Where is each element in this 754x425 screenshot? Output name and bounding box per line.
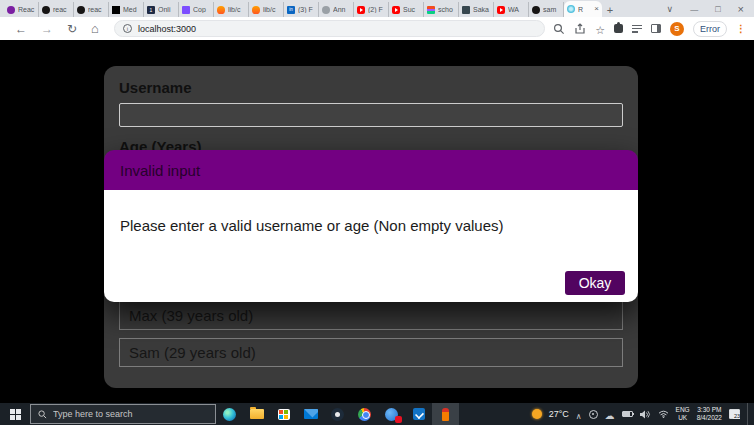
- reload-icon[interactable]: [67, 23, 77, 35]
- close-window-icon[interactable]: [738, 3, 744, 15]
- taskbar-app-teams[interactable]: [378, 403, 405, 425]
- tab-close-icon[interactable]: [594, 5, 599, 13]
- tab-youtube[interactable]: WA: [494, 2, 529, 17]
- notification-count: 23: [733, 413, 740, 419]
- tab-lib[interactable]: lib/c: [214, 2, 249, 17]
- tab-github[interactable]: reac: [74, 2, 109, 17]
- medium-icon: [112, 6, 120, 14]
- side-panel-icon[interactable]: [651, 24, 661, 33]
- tab-title: scho: [438, 6, 455, 13]
- onedrive-cloud-icon[interactable]: [605, 405, 615, 423]
- tab-title: lib/c: [228, 6, 245, 13]
- share-icon[interactable]: [574, 23, 586, 35]
- action-center-icon[interactable]: 23: [729, 409, 740, 419]
- search-icon: [38, 410, 47, 419]
- speaker-icon[interactable]: [640, 410, 651, 419]
- tab-react-purple[interactable]: Reac: [4, 2, 39, 17]
- taskbar-app-store[interactable]: [270, 403, 297, 425]
- taskbar-app-edge[interactable]: [216, 403, 243, 425]
- start-button[interactable]: [0, 403, 30, 425]
- url-text: localhost:3000: [138, 24, 196, 34]
- error-modal-header: Invalid input: [104, 150, 638, 190]
- user-list-item: Max (39 years old): [119, 301, 623, 330]
- purple-grid-icon: [182, 6, 190, 14]
- tab-linkedin[interactable]: (3) F: [284, 2, 319, 17]
- tab-online[interactable]: Onli: [144, 2, 179, 17]
- browser-tab-strip: Reac reac reac Med Onli Cop lib/c lib/c …: [0, 0, 754, 17]
- tab-title: sam: [543, 6, 560, 13]
- temperature-label[interactable]: 27°C: [549, 409, 569, 419]
- maximize-icon[interactable]: [715, 4, 720, 14]
- windows-taskbar: 27°C ENG UK 3:30 PM 8/4/2022 23: [0, 403, 754, 425]
- error-modal-body: Please enter a valid username or age (No…: [104, 190, 638, 302]
- window-controls: [657, 0, 754, 17]
- browser-toolbar: localhost:3000 S Error: [0, 17, 754, 40]
- tab-lib[interactable]: lib/c: [249, 2, 284, 17]
- tab-github[interactable]: reac: [39, 2, 74, 17]
- office-icon: [331, 408, 344, 421]
- back-icon[interactable]: [15, 23, 27, 35]
- bookmark-star-icon[interactable]: [595, 20, 605, 38]
- tab-search-chevron-icon[interactable]: [667, 4, 674, 14]
- new-tab-button[interactable]: [602, 2, 618, 17]
- mail-icon: [304, 409, 318, 419]
- tab-medium[interactable]: Med: [109, 2, 144, 17]
- okay-button[interactable]: Okay: [565, 271, 625, 295]
- active-app-icon: [442, 408, 449, 421]
- taskbar-app-active[interactable]: [432, 403, 459, 425]
- tray-chevron-icon[interactable]: [576, 405, 582, 423]
- reading-list-icon[interactable]: [632, 25, 642, 33]
- tab-title: Saka: [473, 6, 490, 13]
- tab-saka[interactable]: Saka: [459, 2, 494, 17]
- tab-title: reac: [53, 6, 70, 13]
- user-list-item: Sam (29 years old): [119, 338, 623, 367]
- taskbar-search[interactable]: [30, 404, 216, 424]
- taskbar-app-vscode[interactable]: [405, 403, 432, 425]
- time-label: 3:30 PM: [697, 406, 721, 414]
- notification-badge-icon: [395, 416, 402, 423]
- forward-icon[interactable]: [41, 23, 53, 35]
- language-indicator[interactable]: ENG UK: [676, 406, 690, 422]
- meet-now-icon[interactable]: [589, 410, 598, 419]
- clock[interactable]: 3:30 PM 8/4/2022: [697, 406, 722, 422]
- vscode-icon: [413, 408, 425, 420]
- taskbar-app-mail[interactable]: [297, 403, 324, 425]
- tab-copy[interactable]: Cop: [179, 2, 214, 17]
- tab-figma[interactable]: scho: [424, 2, 459, 17]
- github-icon: [42, 6, 50, 14]
- file-explorer-icon: [250, 409, 264, 419]
- tab-title: R: [578, 6, 591, 13]
- taskbar-app-file-explorer[interactable]: [243, 403, 270, 425]
- tab-youtube[interactable]: Suc: [389, 2, 424, 17]
- flame-icon: [217, 6, 225, 14]
- taskbar-app-office[interactable]: [324, 403, 351, 425]
- language-line2: UK: [678, 414, 687, 422]
- react-icon: [567, 5, 575, 13]
- zoom-icon[interactable]: [553, 23, 565, 35]
- search-input[interactable]: [53, 409, 193, 419]
- windows-logo-icon: [10, 409, 21, 420]
- home-icon[interactable]: [91, 22, 99, 35]
- show-desktop-button[interactable]: [747, 403, 751, 425]
- taskbar-app-chrome[interactable]: [351, 403, 378, 425]
- tab-github[interactable]: sam: [529, 2, 564, 17]
- address-bar[interactable]: localhost:3000: [114, 20, 545, 37]
- github-icon: [532, 6, 540, 14]
- username-label: Username: [119, 79, 623, 96]
- wifi-icon[interactable]: [658, 410, 669, 418]
- site-info-icon[interactable]: [123, 24, 132, 33]
- username-input[interactable]: [119, 103, 623, 127]
- weather-sun-icon[interactable]: [532, 409, 542, 419]
- tab-youtube[interactable]: (2) F: [354, 2, 389, 17]
- minimize-icon[interactable]: [690, 4, 698, 14]
- battery-icon[interactable]: [622, 411, 633, 417]
- tab-react-app-active[interactable]: R: [564, 1, 602, 17]
- tab-ann[interactable]: Ann: [319, 2, 354, 17]
- browser-menu-icon[interactable]: [736, 23, 746, 34]
- extensions-icon[interactable]: [614, 24, 623, 33]
- error-modal-title: Invalid input: [120, 162, 200, 179]
- profile-avatar[interactable]: S: [670, 22, 684, 36]
- tab-title: Suc: [403, 6, 420, 13]
- github-icon: [77, 6, 85, 14]
- profile-error-button[interactable]: Error: [693, 21, 727, 37]
